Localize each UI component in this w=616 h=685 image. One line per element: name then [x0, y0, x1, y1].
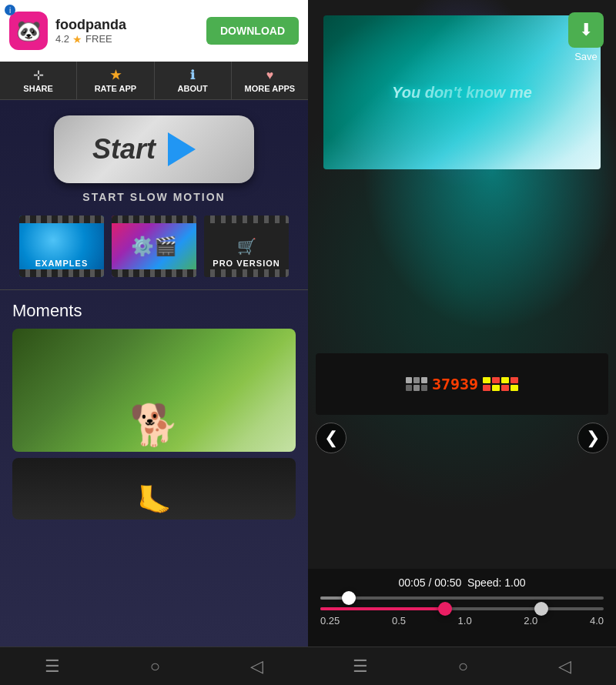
speed-slider-row: 0.25 0.5 1.0 2.0 4.0 — [320, 607, 604, 627]
rate-icon: ★ — [110, 68, 121, 82]
moments-title: Moments — [12, 301, 296, 321]
speed-slider-track[interactable] — [320, 607, 604, 610]
save-button[interactable]: ⬇ — [568, 12, 604, 48]
pro-label: PRO VERSION — [204, 259, 289, 268]
share-icon: ⊹ — [33, 68, 43, 82]
ad-info: foodpanda 4.2 ★ FREE — [55, 17, 199, 45]
speed-label-05: 0.5 — [392, 615, 406, 627]
back-icon-right[interactable]: ◁ — [558, 657, 571, 677]
left-panel: i 🐼 foodpanda 4.2 ★ FREE DOWNLOAD ⊹ SHAR… — [0, 0, 308, 685]
nav-arrows: ❮ ❯ — [308, 415, 616, 461]
home-icon-right[interactable]: ○ — [458, 657, 468, 677]
video-controls: 00:05 / 00:50 Speed: 1.00 0.25 0.5 1.0 2… — [308, 569, 616, 647]
speed-label-10: 1.0 — [458, 615, 472, 627]
next-arrow[interactable]: ❯ — [578, 423, 608, 453]
toolbar: ⊹ SHARE ★ RATE APP ℹ ABOUT ♥ MORE APPS — [0, 62, 308, 100]
app-icon: 🐼 — [9, 12, 48, 50]
speed-slider-thumb[interactable] — [438, 602, 452, 616]
home-icon-left[interactable]: ○ — [150, 657, 160, 677]
start-button-container: Start — [54, 115, 254, 183]
thumbnails-row: EXAMPLES ⚙️🎬 🛒 PRO VERSION — [19, 216, 289, 277]
colorful-image: ⚙️🎬 — [112, 216, 196, 277]
speed-slider-fill — [320, 607, 445, 610]
start-subtitle: START SLOW MOTION — [82, 191, 225, 203]
share-button[interactable]: ⊹ SHARE — [0, 62, 77, 99]
speed-label-025: 0.25 — [320, 615, 340, 627]
start-text: Start — [92, 133, 156, 165]
video-filters-thumbnail[interactable]: ⚙️🎬 — [112, 216, 196, 277]
segment-display: 37939 — [432, 375, 478, 393]
info-dot: i — [5, 5, 15, 15]
pro-image: 🛒 — [204, 216, 289, 277]
left-nav-bar: ☰ ○ ◁ — [0, 647, 308, 685]
more-icon: ♥ — [266, 68, 274, 82]
position-slider-track[interactable] — [320, 596, 604, 600]
speed-labels: 0.25 0.5 1.0 2.0 4.0 — [320, 615, 604, 627]
back-icon-left[interactable]: ◁ — [250, 657, 263, 677]
film-strip-bottom-3 — [204, 269, 289, 277]
pro-version-thumbnail[interactable]: 🛒 PRO VERSION — [204, 216, 289, 277]
speed-display: Speed: 1.00 — [467, 576, 526, 589]
play-icon — [168, 132, 196, 166]
save-area: ⬇ Save — [568, 12, 604, 62]
examples-label: EXAMPLES — [19, 259, 104, 268]
dog-image: 🐕 — [12, 329, 296, 452]
menu-icon-right[interactable]: ☰ — [353, 657, 368, 677]
earth-image — [19, 216, 104, 277]
moment-card-legs[interactable]: 🦶 — [12, 458, 296, 520]
menu-icon-left[interactable]: ☰ — [45, 657, 60, 677]
film-strip-bottom-2 — [112, 269, 196, 277]
right-nav-bar: ☰ ○ ◁ — [308, 647, 616, 685]
save-label: Save — [574, 51, 598, 62]
ad-banner: i 🐼 foodpanda 4.2 ★ FREE DOWNLOAD — [0, 0, 308, 62]
panda-emoji: 🐼 — [16, 19, 41, 43]
star-icon: ★ — [72, 33, 82, 45]
moments-section: Moments 🐕 🦶 — [0, 301, 308, 647]
right-panel: ⬇ Save You don't know me 37939 — [308, 0, 616, 685]
legs-emoji: 🦶 — [137, 484, 172, 516]
about-button[interactable]: ℹ ABOUT — [155, 62, 232, 99]
video-area: You don't know me 37939 — [308, 0, 616, 569]
divider — [0, 289, 308, 290]
download-button[interactable]: DOWNLOAD — [206, 17, 299, 45]
ad-app-name: foodpanda — [55, 17, 199, 33]
more-apps-button[interactable]: ♥ MORE APPS — [232, 62, 308, 99]
about-icon: ℹ — [190, 68, 195, 82]
speed-slider-thumb-2[interactable] — [534, 602, 548, 616]
speed-label-20: 2.0 — [524, 615, 537, 627]
position-slider-thumb[interactable] — [342, 591, 356, 605]
prev-arrow[interactable]: ❮ — [316, 423, 346, 453]
start-slow-motion-button[interactable]: Start — [54, 115, 254, 183]
film-strip-top — [19, 216, 104, 223]
dog-emoji: 🐕 — [129, 402, 179, 449]
examples-thumbnail[interactable]: EXAMPLES — [19, 216, 104, 277]
ad-rating: 4.2 ★ FREE — [55, 33, 199, 45]
tv-screen: You don't know me — [323, 15, 601, 169]
film-strip-top-3 — [204, 216, 289, 223]
speed-label-40: 4.0 — [590, 615, 604, 627]
moment-card-dog[interactable]: 🐕 — [12, 329, 296, 452]
position-slider-row — [320, 596, 604, 600]
rate-app-button[interactable]: ★ RATE APP — [77, 62, 154, 99]
time-speed-display: 00:05 / 00:50 Speed: 1.00 — [320, 576, 604, 589]
app-content: Start START SLOW MOTION EXAMPLES ⚙️🎬 🛒 — [0, 100, 308, 647]
film-strip-bottom — [19, 269, 104, 277]
time-display: 00:05 / 00:50 — [398, 576, 461, 589]
electronics-display: 37939 — [316, 353, 608, 415]
tv-text: You don't know me — [392, 84, 532, 102]
film-strip-top-2 — [112, 216, 196, 223]
